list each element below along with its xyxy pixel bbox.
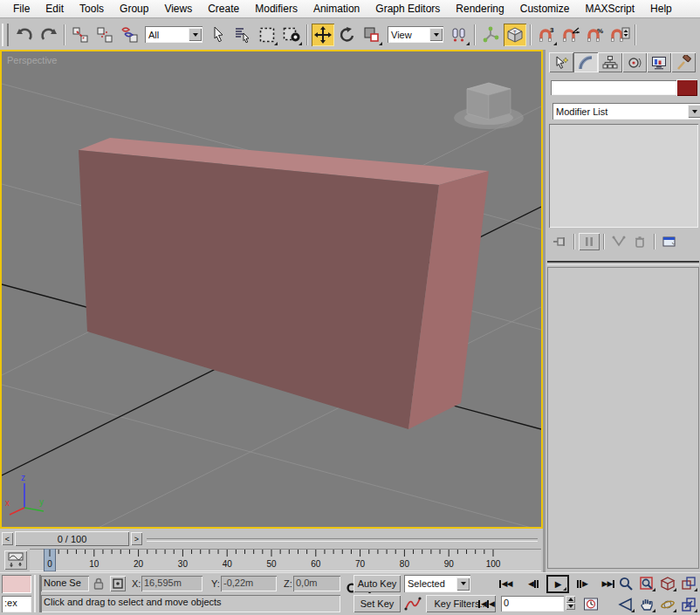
selection-filter-arrow[interactable]	[189, 28, 202, 41]
tab-motion[interactable]	[622, 52, 647, 72]
menu-item[interactable]: Graph Editors	[367, 1, 448, 17]
object-name-field[interactable]	[551, 80, 676, 95]
select-and-rotate-button[interactable]	[336, 24, 359, 46]
modifier-list-arrow[interactable]	[688, 105, 700, 118]
menu-item[interactable]: Tools	[72, 1, 112, 17]
spinner-snap-toggle-button[interactable]	[608, 24, 631, 46]
frame-spinner[interactable]	[566, 596, 575, 610]
menu-item[interactable]: Help	[642, 1, 680, 17]
unlink-selection-button[interactable]	[93, 24, 116, 46]
tab-display[interactable]	[647, 52, 671, 72]
rect-region-icon	[258, 26, 276, 44]
maximize-viewport-toggle-button[interactable]	[679, 596, 698, 613]
zoom-all-button[interactable]	[637, 575, 656, 592]
viewport-label[interactable]: Perspective	[7, 55, 57, 65]
previous-frame-arrow-button[interactable]: <	[2, 532, 13, 545]
angle-snap-toggle-button[interactable]	[559, 24, 582, 46]
zoom-extents-button[interactable]	[658, 575, 677, 592]
menu-item[interactable]: Views	[156, 1, 200, 17]
key-mode-dropdown[interactable]: Selected	[404, 575, 470, 592]
selection-filter-dropdown[interactable]: All	[145, 26, 202, 43]
z-coordinate-value: 0,0m	[293, 576, 340, 590]
macro-recorder-pane[interactable]	[2, 575, 31, 593]
select-object-button[interactable]	[207, 24, 230, 46]
select-and-move-button[interactable]	[312, 24, 334, 46]
perspective-viewport[interactable]: z x y Perspective	[0, 50, 543, 529]
zoom-extents-all-button[interactable]	[679, 575, 698, 592]
menu-item[interactable]: Edit	[38, 1, 72, 17]
select-and-link-button[interactable]	[69, 24, 92, 46]
selection-lock-toggle[interactable]	[93, 577, 105, 592]
modifier-stack-list[interactable]	[549, 124, 698, 228]
select-by-name-button[interactable]	[231, 24, 254, 46]
previous-frame-button[interactable]: ◀	[524, 577, 543, 591]
redo-button[interactable]	[38, 24, 60, 46]
snap-3d-toggle-button[interactable]: 3	[535, 24, 558, 46]
coord-system-arrow[interactable]	[429, 28, 443, 41]
auto-key-button[interactable]: Auto Key	[353, 575, 401, 592]
spinner-up-icon[interactable]	[566, 596, 575, 603]
reference-coordinate-system-dropdown[interactable]: View	[388, 26, 443, 43]
default-tangents-button[interactable]	[404, 596, 422, 613]
tab-hierarchy[interactable]	[598, 52, 622, 72]
tab-utilities[interactable]	[671, 52, 696, 72]
spinner-down-icon[interactable]	[566, 603, 575, 610]
select-and-scale-button[interactable]	[360, 24, 383, 46]
snaps-toggle-button[interactable]: T	[504, 24, 526, 46]
tab-modify[interactable]	[573, 52, 598, 72]
key-mode-toggle-button[interactable]: ◀◀	[477, 597, 496, 611]
select-and-manipulate-button[interactable]	[479, 24, 502, 46]
ruler-frame-label: 0	[47, 559, 52, 569]
menu-item[interactable]: Animation	[305, 1, 367, 17]
bind-to-space-warp-button[interactable]	[118, 24, 141, 46]
time-slider-track[interactable]	[147, 538, 538, 542]
time-configuration-button[interactable]	[583, 597, 599, 613]
track-bar-ruler[interactable]: 0102030405060708090100	[30, 549, 541, 571]
y-coordinate-field[interactable]: -0,22m	[221, 576, 277, 591]
menu-item[interactable]: Modifiers	[247, 1, 305, 17]
listener-splitter[interactable]	[34, 575, 41, 612]
make-unique-button[interactable]	[608, 233, 629, 250]
percent-snap-toggle-button[interactable]: %	[584, 24, 607, 46]
next-frame-button[interactable]: ▶	[573, 577, 592, 591]
set-key-button[interactable]: Set Key	[353, 595, 401, 612]
x-coordinate-value: 16,595m	[141, 576, 202, 590]
pan-button[interactable]	[637, 596, 656, 613]
menu-item[interactable]: MAXScript	[577, 1, 642, 17]
arc-rotate-button[interactable]	[658, 596, 677, 613]
play-button[interactable]: ▶	[546, 575, 569, 593]
key-mode-arrow[interactable]	[456, 577, 470, 591]
tab-create[interactable]	[549, 52, 573, 72]
go-to-start-button[interactable]: ◀◀	[494, 577, 517, 591]
menu-item[interactable]: Create	[200, 1, 247, 17]
toolbar-drag-handle[interactable]	[2, 24, 9, 46]
absolute-offset-mode-button[interactable]	[110, 576, 126, 591]
configure-modifier-sets-button[interactable]	[659, 233, 680, 250]
x-coordinate-field[interactable]: 16,595m	[141, 576, 202, 591]
show-end-result-button[interactable]	[579, 233, 600, 250]
field-of-view-button[interactable]	[616, 596, 635, 613]
selection-status-text: None Se	[41, 576, 89, 590]
menu-item[interactable]: Group	[112, 1, 156, 17]
object-color-swatch[interactable]	[676, 79, 697, 96]
modifier-list-dropdown[interactable]: Modifier List	[552, 103, 700, 120]
current-frame-field[interactable]: 0	[501, 596, 564, 612]
undo-button[interactable]	[13, 24, 36, 46]
remove-modifier-button[interactable]	[629, 233, 650, 250]
select-by-name-icon	[234, 26, 251, 44]
ruler-frame-label: 100	[486, 559, 501, 569]
menu-item[interactable]: File	[5, 1, 38, 17]
time-slider-handle[interactable]: 0 / 100	[15, 531, 129, 546]
mini-curve-editor-button[interactable]	[4, 550, 27, 570]
next-frame-arrow-button[interactable]: >	[131, 532, 142, 545]
z-coordinate-field[interactable]: 0,0m	[293, 576, 340, 591]
rectangular-selection-region-button[interactable]	[256, 24, 278, 46]
menu-item[interactable]: Rendering	[448, 1, 511, 17]
window-crossing-toggle-button[interactable]	[280, 24, 303, 46]
menu-item[interactable]: Customize	[512, 1, 578, 17]
use-pivot-point-center-button[interactable]	[448, 24, 470, 46]
zoom-button[interactable]	[616, 575, 635, 592]
maxscript-mini-listener[interactable]: :ex	[2, 596, 31, 612]
toolbar-separator	[635, 24, 636, 45]
pin-stack-button[interactable]	[549, 233, 570, 250]
